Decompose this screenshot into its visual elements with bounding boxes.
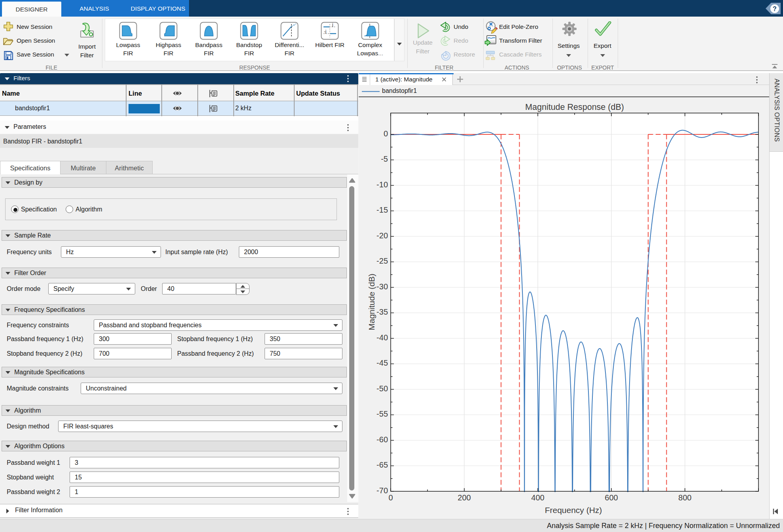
svg-text:-70: -70 xyxy=(376,486,388,495)
svg-text:-30: -30 xyxy=(376,282,388,291)
svg-text:-40: -40 xyxy=(376,333,388,342)
svg-text:Magnitude (dB): Magnitude (dB) xyxy=(367,274,376,330)
svg-text:0: 0 xyxy=(384,129,388,138)
svg-text:j: j xyxy=(332,22,333,27)
svg-text:Magnitude Response (dB): Magnitude Response (dB) xyxy=(525,102,624,112)
svg-text:800: 800 xyxy=(678,493,691,502)
svg-text:-50: -50 xyxy=(376,384,388,393)
svg-text:-55: -55 xyxy=(376,409,388,418)
svg-text:400: 400 xyxy=(531,493,544,502)
svg-text:Frequency (Hz): Frequency (Hz) xyxy=(545,506,602,515)
svg-text:-45: -45 xyxy=(376,358,388,367)
svg-text:-15: -15 xyxy=(376,206,388,214)
svg-text:-35: -35 xyxy=(376,308,388,316)
svg-text:600: 600 xyxy=(605,493,618,502)
svg-text:-5: -5 xyxy=(381,155,388,163)
svg-text:-25: -25 xyxy=(376,257,388,265)
svg-text:-65: -65 xyxy=(376,460,388,469)
svg-text:-60: -60 xyxy=(376,435,388,444)
svg-text:0: 0 xyxy=(388,493,393,502)
svg-text:200: 200 xyxy=(458,493,471,502)
svg-text:-20: -20 xyxy=(376,231,388,240)
svg-text:-10: -10 xyxy=(376,180,388,189)
svg-text:-j: -j xyxy=(324,29,326,34)
